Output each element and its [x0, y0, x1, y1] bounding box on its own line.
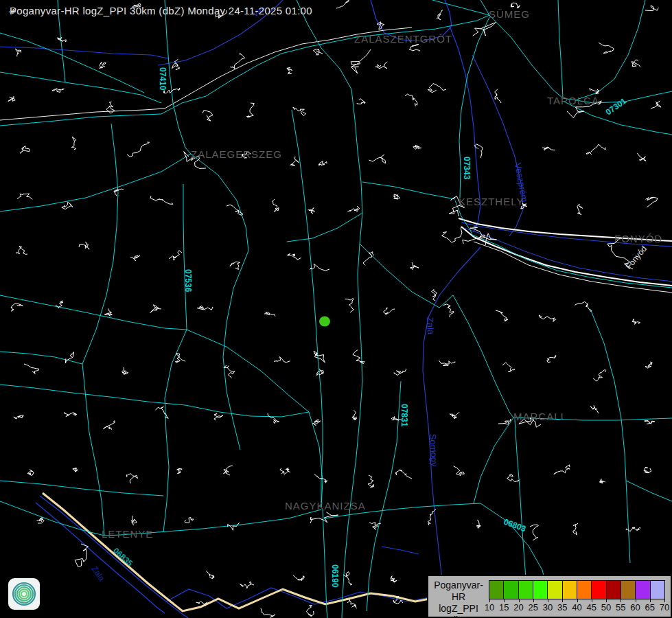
legend-tick-label: 60 [630, 602, 640, 613]
legend-tick-label: 40 [572, 602, 581, 613]
county-boundaries [158, 0, 523, 618]
legend-color-swatch [636, 581, 650, 599]
legend-tick-label: 35 [557, 602, 567, 613]
legend-tick-label: 55 [616, 602, 625, 613]
legend-color-swatch [651, 581, 664, 599]
national-border [43, 493, 460, 615]
legend-tick-label: 45 [587, 602, 596, 613]
road-number-label: 07343 [462, 157, 472, 180]
legend-tick-label: 10 [485, 602, 494, 613]
legend-tick-label: 50 [601, 602, 611, 613]
legend-color-swatch [533, 581, 548, 599]
legend-color-swatch [548, 581, 562, 599]
radar-map: SÜMEGZALASZENTGRÓTTAPOLCAZALAEGERSZEGKES… [0, 0, 672, 618]
legend-color-swatch [504, 581, 518, 599]
town-label-letenye: LETENYE [102, 528, 153, 540]
legend-tick-label: 25 [529, 602, 538, 613]
rivers [0, 0, 480, 618]
legend-product-name: logZ_PPI [428, 603, 489, 615]
legend-unit: dbZ [428, 615, 489, 618]
village-outlines [8, 0, 661, 617]
legend-color-swatch [563, 581, 577, 599]
town-label-marcali: MARCALI [513, 411, 564, 422]
legend-title: Poganyvar-HR logZ_PPI dbZ [428, 576, 489, 618]
road-number-label: 07831 [399, 404, 409, 427]
road-number-label: 07410 [158, 67, 167, 91]
town-label-fonyod: FONYÓD [614, 233, 662, 244]
town-label-sumeg: SÜMEG [489, 8, 530, 20]
town-label-zalaszentgrot: ZALASZENTGRÓT [354, 33, 452, 45]
town-label-zalaegerszeg: ZALAEGERSZEG [191, 148, 282, 160]
road-number-label: 07536 [183, 269, 193, 293]
legend-tick-label: 20 [513, 602, 523, 613]
town-label-keszthely: KESZTHELY [459, 196, 524, 207]
legend-colorbar [489, 580, 665, 599]
legend-color-swatch [519, 581, 533, 599]
radar-image-title: Poganyvar-HR logZ_PPI 30km (dbZ) Monday … [10, 5, 312, 16]
road-number-label: 06190 [330, 564, 340, 588]
road-number-label: 06803 [502, 517, 527, 534]
dbz-legend: Poganyvar-HR logZ_PPI dbZ 10152025303540… [427, 575, 672, 618]
county-label-zala-south: Zala [90, 564, 107, 583]
legend-tick-label: 30 [543, 602, 553, 613]
legend-bar-wrap: 10152025303540455055606570 [489, 580, 667, 615]
legend-tick-label: 65 [645, 602, 655, 613]
radar-echo [319, 317, 330, 327]
county-label-somogy: Somogy [428, 433, 440, 467]
roads [0, 0, 672, 618]
county-label-zala: Zala [425, 317, 436, 335]
legend-tick-label: 15 [499, 602, 509, 613]
railstation-label-fonyod: Fonyód [624, 244, 649, 271]
legend-color-swatch [577, 581, 592, 599]
legend-radar-name: Poganyvar-HR [428, 580, 489, 603]
legend-color-swatch [607, 581, 621, 599]
legend-ticks: 10152025303540455055606570 [489, 599, 665, 615]
legend-color-swatch [621, 581, 636, 599]
weather-service-logo-icon [8, 577, 40, 610]
legend-color-swatch [489, 581, 504, 599]
road-number-label: 07301 [604, 96, 629, 117]
legend-color-swatch [592, 581, 606, 599]
legend-tick-label: 70 [660, 602, 669, 613]
town-label-tapolca: TAPOLCA [547, 95, 599, 106]
town-label-nagykanizsa: NAGYKANIZSA [285, 500, 366, 512]
